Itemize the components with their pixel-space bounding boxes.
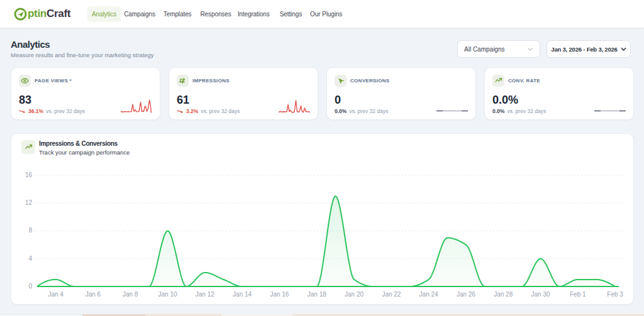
svg-text:Jan 20: Jan 20 bbox=[345, 291, 364, 298]
svg-text:Jan 28: Jan 28 bbox=[494, 291, 513, 298]
svg-text:Jan 8: Jan 8 bbox=[123, 291, 138, 298]
svg-text:Jan 4: Jan 4 bbox=[48, 291, 64, 298]
svg-text:Feb 3: Feb 3 bbox=[607, 291, 623, 298]
svg-text:0: 0 bbox=[28, 283, 32, 290]
svg-text:Jan 30: Jan 30 bbox=[531, 291, 550, 298]
svg-text:Feb 1: Feb 1 bbox=[570, 291, 586, 298]
svg-text:Jan 26: Jan 26 bbox=[457, 291, 475, 298]
svg-text:8: 8 bbox=[28, 227, 32, 234]
svg-text:4: 4 bbox=[28, 255, 32, 262]
svg-text:12: 12 bbox=[25, 199, 33, 206]
svg-text:Jan 10: Jan 10 bbox=[158, 291, 177, 298]
svg-text:16: 16 bbox=[25, 172, 33, 178]
svg-text:Jan 18: Jan 18 bbox=[308, 291, 326, 298]
svg-text:Jan 24: Jan 24 bbox=[419, 291, 438, 298]
svg-text:Jan 16: Jan 16 bbox=[270, 291, 289, 298]
svg-text:Jan 12: Jan 12 bbox=[196, 291, 214, 298]
svg-text:Jan 6: Jan 6 bbox=[86, 291, 101, 298]
svg-text:Jan 22: Jan 22 bbox=[382, 291, 401, 298]
svg-text:Jan 14: Jan 14 bbox=[233, 291, 252, 298]
